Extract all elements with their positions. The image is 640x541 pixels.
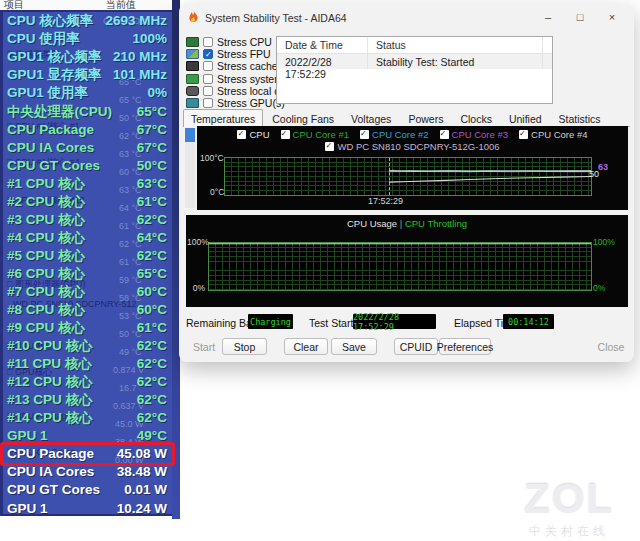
close-button[interactable]: Close [591,338,631,355]
throttling-right-ymax: 100% [593,238,615,247]
temperature-chart-panel: CPUCPU Core #1CPU Core #2CPU Core #3CPU … [197,126,628,210]
sensor-value: 62°C [137,411,167,425]
tab-clocks[interactable]: Clocks [452,109,500,126]
event-log-row[interactable]: 2022/2/28 17:52:29Stability Test: Starte… [277,54,552,69]
legend-checkbox[interactable] [360,130,369,139]
tab-temperatures[interactable]: Temperatures [183,109,263,127]
temp-ymax-label: 100°C [200,154,224,163]
maximize-button[interactable]: □ [564,4,596,30]
minimize-button[interactable]: – [532,4,564,30]
save-button[interactable]: Save [331,338,377,355]
sensor-value: 61°C [137,195,167,209]
tab-powers[interactable]: Powers [400,109,451,126]
sensor-row: GPU1 核心频率210 MHz [3,48,172,66]
legend-label: CPU Core #2 [372,129,429,140]
sensor-label: CPU GT Cores [7,483,100,497]
sensor-row: #6 CPU 核心65°C [3,265,172,283]
legend-item: CPU Core #1 [281,129,350,140]
close-window-button[interactable]: × [596,4,628,30]
sensor-label: GPU1 核心频率 [7,50,102,64]
sensor-label: #9 CPU 核心 [7,321,85,335]
cpuid-button[interactable]: CPUID [394,338,438,355]
legend-checkbox[interactable] [325,142,334,151]
fpu-icon [186,49,199,59]
sensor-row: #9 CPU 核心61°C [3,319,172,337]
sensor-row: CPU GT Cores0.01 W [3,481,172,499]
watermark: ZOL 中关村在线 [510,478,628,540]
clear-button[interactable]: Clear [284,338,328,355]
cpu-usage-chart-panel: CPU Usage | CPU Throttling 100% 0% 100% … [186,215,628,307]
legend-item: CPU Core #4 [519,129,588,140]
series-cpu-core-4 [389,171,591,172]
legend-item: CPU [237,129,269,140]
checkbox-stress-cpu[interactable] [203,37,213,47]
stress-option-label: Stress cache [217,60,278,72]
sensor-value: 63°C [137,177,167,191]
sensor-value: 62°C [137,339,167,353]
sensor-label: #2 CPU 核心 [7,195,85,209]
checkbox-stress-cache[interactable] [203,61,213,71]
sensor-row: GPU 110.24 W [3,499,172,517]
titlebar[interactable]: System Stability Test - AIDA64 – □ × [179,4,634,30]
sensor-value: 0.01 W [124,483,167,497]
sensor-row: 中央处理器(CPU)65°C [3,102,172,120]
tab-bar: TemperaturesCooling FansVoltagesPowersCl… [183,109,630,127]
sensor-label: #1 CPU 核心 [7,177,85,191]
sensor-value: 38.48 W [117,465,167,479]
event-log-cell: Stability Test: Started [368,54,543,69]
legend-checkbox[interactable] [519,130,528,139]
watermark-subtitle: 中关村在线 [510,523,628,540]
sensor-label: GPU1 使用率 [7,86,88,100]
checkbox-stress-gpu-s-[interactable] [203,98,213,108]
sensor-label: CPU Package [7,447,94,461]
checkbox-stress-system-memory[interactable] [203,74,213,84]
tab-voltages[interactable]: Voltages [343,109,399,126]
sensor-row: #8 CPU 核心60°C [3,301,172,319]
sensor-value: 50°C [137,159,167,173]
sensor-value: 67°C [137,123,167,137]
stress-option-label: Stress FPU [217,48,271,60]
temp-time-label: 17:52:29 [368,197,403,206]
legend-label: CPU Core #3 [452,129,509,140]
pref-button[interactable]: Preferences [439,338,491,355]
sensor-label: #3 CPU 核心 [7,213,85,227]
sensor-value: 210 MHz [113,50,167,64]
sensor-label: CPU GT Cores [7,159,100,173]
usage-left-ymax: 100% [187,238,205,247]
legend-checkbox[interactable] [440,130,449,139]
scrollbar-thumb[interactable] [185,128,195,142]
graph-scrollbar[interactable] [185,128,195,208]
sensor-row: #3 CPU 核心62°C [3,211,172,229]
current-value-label-50: 50 [589,170,599,179]
temp-ymin-label: 0°C [210,188,224,197]
legend-checkbox[interactable] [281,130,290,139]
legend-label: CPU [249,129,269,140]
gpu-icon [186,98,199,108]
sensor-row: CPU 核心频率2693 MHz [3,12,172,30]
tab-statistics[interactable]: Statistics [551,109,609,126]
sensor-value: 62°C [137,393,167,407]
sensor-label: CPU IA Cores [7,465,94,479]
sensor-value: 0% [147,86,167,100]
legend-item: WD PC SN810 SDCPNRY-512G-1006 [325,141,499,152]
checkbox-stress-local-disks[interactable] [203,86,213,96]
tab-unified[interactable]: Unified [501,109,550,126]
cache-icon [186,61,199,71]
sensor-row: #1 CPU 核心63°C [3,174,172,192]
usage-left-ymin: 0% [187,284,205,293]
start-button[interactable]: Start [183,338,225,355]
sensor-label: #5 CPU 核心 [7,249,85,263]
stop-button[interactable]: Stop [222,338,267,355]
test-start-marker [389,158,390,195]
stress-option-label: Stress CPU [217,36,272,48]
temperature-legend-row1: CPUCPU Core #1CPU Core #2CPU Core #3CPU … [197,129,628,140]
sensor-row: CPU 使用率100% [3,30,172,48]
tab-cooling-fans[interactable]: Cooling Fans [264,109,342,126]
sensor-label: #7 CPU 核心 [7,285,85,299]
sensor-label: #8 CPU 核心 [7,303,85,317]
usage-title-part: CPU Usage [347,218,397,229]
watermark-logo: ZOL [510,478,628,520]
sensor-value: 65°C [137,105,167,119]
legend-checkbox[interactable] [237,130,246,139]
checkbox-stress-fpu[interactable] [203,49,213,59]
